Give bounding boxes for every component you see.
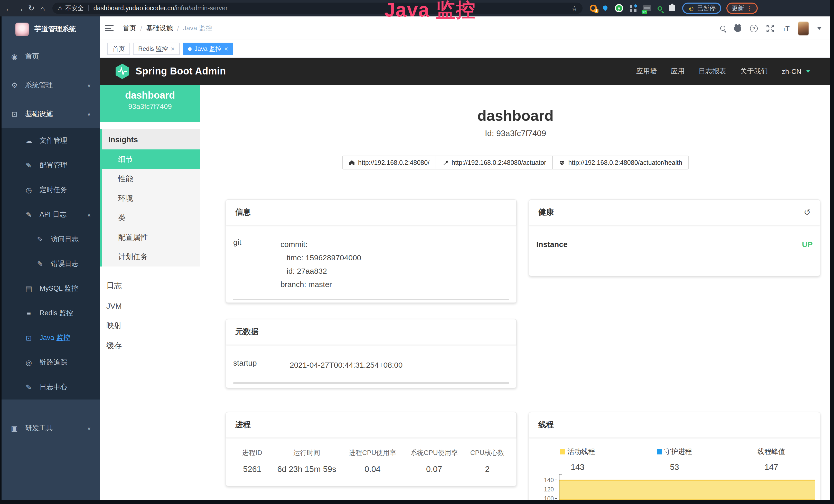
breadcrumb-section[interactable]: 基础设施 (146, 24, 173, 33)
threads-card: 线程 活动线程 守护进程 线程峰值 143 53 147 140 120 100 (529, 412, 820, 501)
tab-redis[interactable]: Redis 监控✕ (133, 43, 180, 55)
nav-applications[interactable]: 应用 (671, 67, 684, 76)
window-frame-bottom (0, 500, 834, 504)
user-avatar[interactable] (798, 21, 809, 35)
forward-icon[interactable]: → (14, 4, 26, 13)
history-icon[interactable]: ↺ (804, 207, 811, 217)
infra-submenu: ☁ 文件管理 ✎ 配置管理 ◷ 定时任务 ✎ API 日志 ∧ ✎ 访问日志 ✎ (0, 129, 100, 399)
tab-home[interactable]: 首页 (107, 43, 130, 55)
help-icon[interactable]: ? (750, 24, 758, 32)
sidebar-item-logcenter[interactable]: ✎ 日志中心 (0, 375, 100, 399)
close-icon[interactable]: ✕ (171, 46, 175, 52)
git-branch-line: branch: master (281, 278, 361, 291)
bookmark-star-icon[interactable]: ☆ (571, 4, 577, 12)
reload-icon[interactable]: ↻ (26, 4, 37, 13)
peak-threads-value: 147 (723, 463, 820, 472)
database-icon: ▤ (25, 284, 33, 293)
breadcrumb-home[interactable]: 首页 (123, 24, 136, 33)
process-table-headers: 进程ID 运行时间 进程CPU使用率 系统CPU使用率 CPU核心数 (231, 448, 511, 458)
sidebar-item-mysql[interactable]: ▤ MySQL 监控 (0, 276, 100, 301)
health-url-button[interactable]: http://192.168.0.2:48080/actuator/health (552, 156, 688, 169)
divider (536, 260, 813, 260)
divider (233, 299, 509, 300)
daemon-threads-value: 53 (626, 463, 723, 472)
y-tick-100: 100 (539, 495, 554, 501)
fullscreen-icon[interactable] (766, 24, 774, 32)
sidebar-item-infra[interactable]: ⊡ 基础设施 ∧ (0, 100, 100, 129)
card-title: 元数据 (235, 327, 258, 337)
tab-java-active[interactable]: Java 监控✕ (183, 43, 234, 55)
home-icon[interactable]: ⌂ (37, 4, 48, 13)
menu-item-jvm[interactable]: JVM (100, 296, 200, 316)
search-extension-icon[interactable] (658, 6, 662, 10)
breadcrumb-separator: / (177, 24, 179, 32)
security-label: 不安全 (65, 4, 84, 13)
github-icon[interactable] (734, 25, 741, 31)
kebab-menu-icon[interactable]: ⋮ (747, 5, 753, 12)
colorzilla-extension-icon[interactable]: 1 (590, 5, 597, 12)
col-header: CPU核心数 (464, 448, 511, 458)
collapse-menu-icon[interactable] (105, 25, 113, 31)
sidebar-item-accesslog[interactable]: ✎ 访问日志 (0, 227, 100, 252)
sba-instance-header[interactable]: dashboard 93a3fc7f7409 (100, 85, 200, 122)
menu-item-config-props[interactable]: 配置属性 (102, 228, 200, 247)
profile-paused-pill[interactable]: ☺ 已暂停 (682, 3, 722, 14)
search-icon[interactable] (720, 26, 725, 31)
scrollbar-divider[interactable] (233, 382, 509, 384)
menu-item-metrics[interactable]: 性能 (102, 169, 200, 188)
menu-item-scheduled-tasks[interactable]: 计划任务 (102, 247, 200, 267)
close-icon[interactable]: ✕ (224, 46, 228, 52)
col-header: 进程ID (231, 448, 273, 458)
sidebar-item-config[interactable]: ✎ 配置管理 (0, 153, 100, 178)
menu-item-caches[interactable]: 缓存 (100, 336, 200, 356)
service-url-button[interactable]: http://192.168.0.2:48080/ (342, 156, 436, 169)
sidebar-item-job[interactable]: ◷ 定时任务 (0, 178, 100, 202)
user-caret-icon[interactable] (817, 27, 821, 29)
sidebar-item-errorlog[interactable]: ✎ 错误日志 (0, 252, 100, 276)
url-bar[interactable]: ⚠ 不安全 dashboard.yudao.iocoder.cn /infra/… (52, 3, 583, 14)
sidebar-item-home[interactable]: ◉ 首页 (0, 42, 100, 71)
menu-item-environment[interactable]: 环境 (102, 188, 200, 208)
heartbeat-icon (559, 159, 565, 166)
sidebar-item-java-active[interactable]: ⊡ Java 监控 (0, 325, 100, 350)
menu-item-details-active[interactable]: 细节 (102, 150, 200, 169)
y-extension-icon[interactable]: y (615, 4, 623, 12)
sidebar-item-file[interactable]: ☁ 文件管理 (0, 129, 100, 153)
sidebar-item-devtool[interactable]: ▣ 研发工具 ∨ (0, 414, 100, 443)
app-logo-row[interactable]: 芋道管理系统 (0, 17, 100, 42)
layers-icon: ≡ (25, 309, 33, 317)
sidebar-item-system[interactable]: ⚙ 系统管理 ∨ (0, 71, 100, 100)
sidebar-label: 文件管理 (40, 136, 67, 145)
sba-menu-outer: 日志 JVM 映射 缓存 (100, 276, 200, 356)
pin-extension-icon[interactable] (602, 4, 608, 10)
sba-brand-title: Spring Boot Admin (136, 66, 226, 77)
menu-item-classes[interactable]: 类 (102, 208, 200, 228)
extensions-puzzle-icon[interactable] (669, 5, 675, 11)
list-on-extension-icon[interactable]: on (643, 5, 651, 11)
language-caret-icon[interactable] (806, 70, 810, 73)
sidebar-item-redis[interactable]: ≡ Redis 监控 (0, 301, 100, 325)
edit-icon: ✎ (25, 161, 33, 169)
nav-wallboard[interactable]: 应用墙 (636, 67, 657, 76)
sidebar-label: Java 监控 (40, 333, 70, 343)
app-logo (16, 23, 29, 36)
menu-item-logfile[interactable]: 日志 (100, 276, 200, 296)
sidebar-item-trace[interactable]: ◎ 链路追踪 (0, 350, 100, 375)
back-icon[interactable]: ← (3, 4, 14, 13)
sidebar-item-apilog[interactable]: ✎ API 日志 ∧ (0, 202, 100, 227)
actuator-url-button[interactable]: http://192.168.0.2:48080/actuator (436, 156, 553, 169)
nav-journal[interactable]: 日志报表 (698, 67, 726, 76)
language-select[interactable]: zh-CN (782, 68, 802, 75)
sidebar-label: 配置管理 (40, 161, 67, 170)
sba-navbar: Spring Boot Admin 应用墙 应用 日志报表 关于我们 zh-CN (100, 58, 831, 85)
nav-about[interactable]: 关于我们 (740, 67, 768, 76)
font-size-icon[interactable]: TT (783, 24, 790, 32)
window-frame-right (830, 0, 834, 504)
sba-brand[interactable]: Spring Boot Admin (115, 64, 226, 79)
grid-extension-icon[interactable] (630, 5, 636, 12)
instance-id-line: Id: 93a3fc7f7409 (200, 129, 831, 138)
info-value: commit: time: 1596289704000 id: 27aa832 … (281, 238, 361, 291)
health-url: http://192.168.0.2:48080/actuator/health (568, 159, 682, 166)
chrome-update-button[interactable]: 更新 ⋮ (727, 3, 758, 14)
menu-item-mappings[interactable]: 映射 (100, 316, 200, 336)
